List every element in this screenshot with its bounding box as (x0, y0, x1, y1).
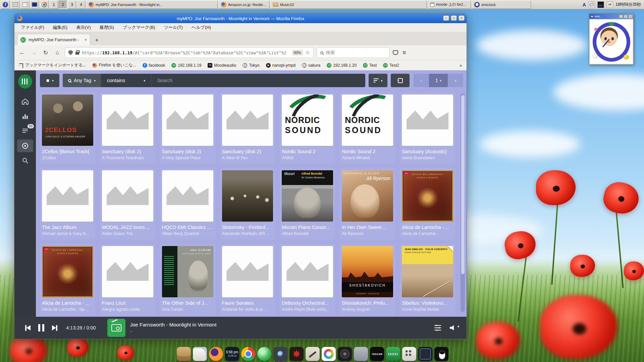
taskbar-window-button[interactable]: emiclock (472, 1, 531, 9)
match-select[interactable]: contains ▾ (101, 74, 151, 87)
dock-icon-clock-widget[interactable]: 6:58 pm12月19 (225, 347, 239, 361)
dock-icon-photoscape[interactable] (322, 347, 336, 361)
album-card[interactable]: Stravinsky - Firebird...Alexander Rahbar… (220, 168, 275, 239)
dock-icon-media-player[interactable] (338, 347, 352, 361)
firefox-titlebar[interactable]: myMPD: Joe Farnsworth - Moonlight in Ver… (14, 14, 467, 23)
workspace-button-1[interactable]: 1 (50, 1, 58, 9)
sidebar-item-browse[interactable] (17, 139, 33, 152)
dock-icon-green-orb[interactable] (257, 347, 271, 361)
bookmarks-overflow-icon[interactable]: » (460, 62, 462, 68)
album-card[interactable]: NORDICSOUNDNordic Sound 2Absent Minded (340, 93, 395, 164)
tray-tablet-icon[interactable] (588, 1, 595, 8)
previous-track-button[interactable] (21, 321, 35, 335)
scrollbar-track[interactable] (461, 94, 465, 312)
search-bar[interactable]: 検索 (317, 47, 390, 58)
dock-icon-calculator[interactable] (402, 347, 416, 361)
dock-icon-camera[interactable] (273, 347, 287, 361)
database-search-input[interactable]: Search (151, 74, 365, 87)
file-copy-launcher[interactable] (20, 1, 29, 9)
lock-warning-icon[interactable] (75, 52, 79, 55)
dock-icon-file-manager[interactable] (193, 347, 207, 361)
tray-levels-icon[interactable] (597, 1, 604, 8)
now-playing-art[interactable] (107, 319, 125, 337)
album-card[interactable]: Sanctuary (disk 2)A Thousand Teardrops (100, 93, 155, 164)
album-card[interactable]: Debussy Orchestral...Andre Pepin (flute … (280, 244, 335, 315)
now-playing-info[interactable]: Joe Farnsworth - Moonlight in Vermont – (130, 322, 217, 334)
album-card[interactable]: The Jazz AlbumAhmad Jamal & Gary B... (40, 168, 95, 239)
bookmark-item[interactable]: Firefox を使いこな... (92, 62, 136, 68)
dock-icon-chrome[interactable] (241, 347, 255, 361)
album-card[interactable]: Franz LisztAllegro agitato molto (100, 244, 155, 315)
workspace-button-4[interactable]: 4 (77, 1, 85, 9)
mympd-logo[interactable] (18, 74, 32, 88)
new-tab-button[interactable]: + (92, 37, 101, 45)
bookmark-item[interactable]: sakura (302, 62, 320, 68)
url-text[interactable]: https://192.168.1.19/#{"card"%3A"Browse"… (82, 50, 289, 55)
screenshot-tool-launcher[interactable] (11, 1, 19, 9)
album-card[interactable]: ALICIA DE LARROCHASONGS & DANCESAlicia d… (400, 168, 455, 239)
dock-icon-archive[interactable] (177, 347, 191, 361)
album-card[interactable]: HQCD EMI Classics ...Alban Berg Quartett (160, 168, 215, 239)
input-method-indicator[interactable]: A (583, 2, 586, 7)
playback-settings-icon[interactable] (434, 325, 441, 330)
next-track-button[interactable] (48, 321, 61, 335)
scrollbar-thumb[interactable] (461, 95, 465, 274)
album-card[interactable]: JEAN SIBELIUS · VIOLIN CONCERTOANNE-SOPH… (400, 244, 455, 315)
bookmark-item[interactable]: 192.168.1.19 (171, 62, 201, 68)
menu-item[interactable]: ブックマーク(B) (118, 24, 160, 31)
fedora-menu-launcher[interactable] (1, 1, 10, 9)
bookmark-star-icon[interactable]: ☆ (306, 50, 310, 56)
bookmark-item[interactable]: Test2 (383, 62, 399, 68)
pocket-icon[interactable] (393, 50, 398, 55)
tracking-shield-icon[interactable] (68, 50, 73, 55)
view-settings-button[interactable]: ▾ (40, 74, 59, 87)
forward-button[interactable]: → (30, 49, 38, 56)
tag-filter-button[interactable]: Any Tag ▾ (63, 74, 101, 87)
previous-page-button[interactable]: ‹ (414, 74, 429, 87)
album-card[interactable]: Sanctuary (Acoustic)Aerial Boundaries (400, 93, 455, 164)
dock-icon-tascam[interactable]: TASCAM (370, 347, 384, 361)
taskbar-window-button[interactable]: myMPD: Joe Farnsworth - Moonlight in... (86, 1, 218, 9)
emiclock-titlebar[interactable]: emi... − □ × (589, 14, 633, 19)
album-card[interactable]: ALICIA DE LARROCHASONGS & DANCESAlicia d… (40, 244, 95, 315)
menu-item[interactable]: ヘルプ(H) (187, 24, 215, 31)
zoom-level-badge[interactable]: 90% (292, 50, 303, 55)
taskbar-clock[interactable]: 18時58分35秒 (615, 2, 641, 7)
tab-mympd[interactable]: myMPD: Joe Farnsworth - × (17, 34, 90, 45)
goto-playing-button[interactable] (391, 74, 410, 87)
dock-icon-maple-leaf[interactable] (289, 347, 304, 361)
reload-button[interactable]: ↻ (41, 49, 50, 56)
workspace-button-2[interactable]: 2 (59, 1, 67, 9)
pause-button[interactable] (35, 321, 48, 335)
menu-item[interactable]: 編集(E) (49, 24, 72, 31)
menu-item[interactable]: ファイル(F) (16, 24, 49, 31)
album-card[interactable]: MozartAlfred BrendelSir Charles Mackerra… (280, 168, 335, 239)
bookmark-item[interactable]: 192.168.1.20 (327, 62, 357, 68)
emiclock-close-button[interactable]: × (629, 15, 632, 18)
display-settings-launcher[interactable] (30, 1, 39, 9)
taskbar-window-button[interactable]: Music10 (271, 1, 427, 9)
album-card[interactable]: 2CELLOSLUKA SULIC & STJEPAN HAUSER2Cello… (40, 93, 95, 164)
chrome-launcher[interactable] (40, 1, 49, 9)
sidebar-item-home[interactable] (17, 95, 33, 108)
album-card[interactable]: PORTRAITS IN SILVERAli RyersonIn Her Own… (340, 168, 395, 239)
album-card[interactable]: SHOSTAKOVICHANDREY GUGNINShostakovich: P… (340, 244, 395, 315)
maximize-button[interactable]: □ (451, 15, 457, 21)
minimize-button[interactable]: − (443, 15, 449, 21)
album-card[interactable]: Sanctuary (disk 2)A Very Special Place (160, 93, 215, 164)
dock-icon-monitor[interactable] (418, 347, 432, 361)
sort-button[interactable]: ▾ (369, 74, 387, 87)
tab-close-icon[interactable]: × (85, 38, 87, 42)
bookmark-item[interactable]: Moodeaudio (208, 62, 236, 68)
volume-control[interactable]: ▲ (450, 325, 460, 330)
menu-item[interactable]: 表示(V) (72, 24, 95, 31)
sidebar-item-search[interactable] (17, 154, 33, 167)
url-bar[interactable]: https://192.168.1.19/#{"card"%3A"Browse"… (65, 47, 314, 58)
back-button[interactable]: ← (18, 49, 26, 56)
sidebar-item-playback[interactable] (17, 110, 33, 123)
bookmark-item[interactable]: facebook (143, 62, 165, 68)
dock-icon-package[interactable] (354, 347, 368, 361)
album-card[interactable]: NORDICSOUNDNordic Sound 2ANNA (280, 93, 335, 164)
dock-icon-terminal[interactable] (434, 347, 448, 361)
emiclock-minimize-button[interactable]: − (619, 15, 623, 18)
